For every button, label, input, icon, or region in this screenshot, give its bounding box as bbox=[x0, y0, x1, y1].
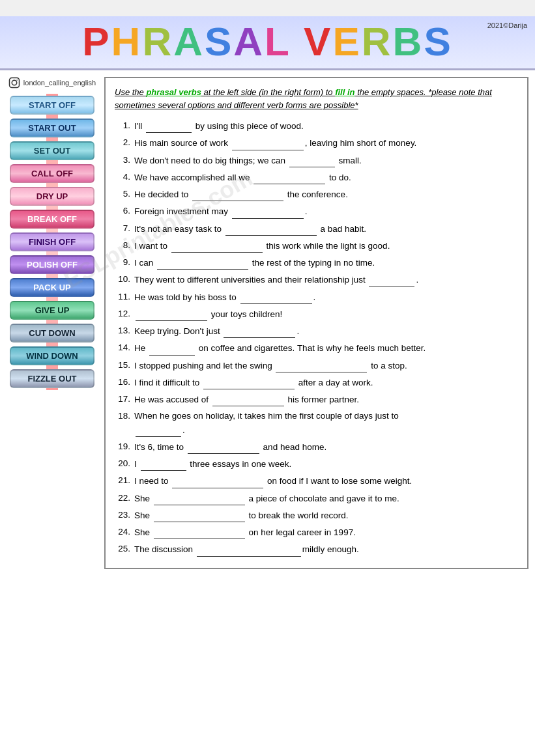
verb-give-up[interactable]: GIVE UP bbox=[10, 301, 94, 320]
title-letter-b: B bbox=[393, 19, 424, 64]
sentence-2: 2. His main source of work , leaving him… bbox=[115, 136, 518, 150]
blank-16 bbox=[203, 376, 295, 389]
title-letter-a2: A bbox=[233, 19, 265, 64]
title-letter-r2: R bbox=[362, 19, 393, 64]
sentence-list: 1. I'll by using this piece of wood. 2. … bbox=[115, 119, 518, 557]
sentence-1: 1. I'll by using this piece of wood. bbox=[115, 119, 518, 133]
sentence-18: 18. When he goes on holiday, it takes hi… bbox=[115, 410, 518, 437]
sentence-12: 12. your toys children! bbox=[115, 307, 518, 321]
blank-5 bbox=[192, 188, 283, 201]
sentence-22: 22. She a piece of chocolate and gave it… bbox=[115, 492, 518, 505]
title-letter-s2: S bbox=[424, 19, 452, 64]
instagram-row: london_calling_english bbox=[8, 77, 96, 89]
sentence-20: 20. I three essays in one week. bbox=[115, 457, 518, 471]
verb-set-out[interactable]: SET OUT bbox=[10, 141, 94, 160]
blank-21 bbox=[172, 474, 263, 488]
copyright-text: 2021©Darija bbox=[487, 21, 527, 29]
sentence-17: 17. He was accused of his former partner… bbox=[115, 393, 518, 406]
blank-2 bbox=[232, 136, 304, 150]
svg-point-1 bbox=[12, 80, 17, 85]
sidebar-inner: START OFF START OUT SET OUT CALL OFF DRY… bbox=[7, 94, 98, 390]
sentence-15: 15. I stopped pushing and let the swing … bbox=[115, 359, 518, 372]
blank-20 bbox=[141, 457, 186, 471]
title-bar: PHRASAL VERBS bbox=[0, 16, 535, 70]
verb-call-off[interactable]: CALL OFF bbox=[10, 164, 94, 183]
blank-18 bbox=[136, 423, 181, 437]
sentence-19: 19. It's 6, time to and head home. bbox=[115, 440, 518, 454]
verb-pack-up[interactable]: PACK UP bbox=[10, 278, 94, 297]
sentence-25: 25. The discussion mildly enough. bbox=[115, 542, 518, 556]
sentence-24: 24. She on her legal career in 1997. bbox=[115, 525, 518, 539]
blank-14 bbox=[149, 341, 195, 355]
blank-9 bbox=[157, 256, 248, 270]
content-area: london_calling_english START OFF START O… bbox=[0, 70, 535, 576]
instructions: Use the phrasal verbs at the left side (… bbox=[115, 86, 518, 111]
title-letter-p: P bbox=[82, 19, 111, 64]
blank-11 bbox=[240, 290, 312, 304]
title-letter-r: R bbox=[142, 19, 173, 64]
sentence-6: 6. Foreign investment may . bbox=[115, 204, 518, 218]
blank-3 bbox=[289, 154, 335, 167]
page: 2021©Darija PHRASAL VERBS london_calling… bbox=[0, 16, 535, 756]
blank-22 bbox=[154, 492, 245, 505]
verb-break-off[interactable]: BREAK OFF bbox=[10, 210, 94, 229]
blank-23 bbox=[154, 509, 245, 522]
blank-6 bbox=[232, 204, 304, 218]
sentence-23: 23. She to break the world record. bbox=[115, 509, 518, 522]
sentence-7: 7. It's not an easy task to a bad habit. bbox=[115, 222, 518, 236]
title-letter-s: S bbox=[205, 19, 233, 64]
title: PHRASAL VERBS bbox=[7, 21, 528, 62]
verb-start-off[interactable]: START OFF bbox=[10, 96, 94, 115]
title-letter-a: A bbox=[173, 19, 205, 64]
blank-24 bbox=[154, 525, 245, 539]
highlight-fill-in: fill in bbox=[335, 87, 354, 97]
sentence-5: 5. He decided to the conference. bbox=[115, 188, 518, 201]
blank-1 bbox=[146, 119, 192, 133]
sentence-4: 4. We have accomplished all we to do. bbox=[115, 171, 518, 184]
verb-finish-off[interactable]: FINISH OFF bbox=[10, 232, 94, 251]
title-letter-l: L bbox=[265, 19, 291, 64]
highlight-phrasal-verbs: phrasal verbs bbox=[146, 87, 201, 97]
title-letter-h: H bbox=[111, 19, 143, 64]
title-space bbox=[291, 19, 304, 64]
verb-fizzle-out[interactable]: FIZZLE OUT bbox=[10, 369, 94, 388]
sidebar: london_calling_english START OFF START O… bbox=[7, 77, 98, 569]
blank-12 bbox=[136, 307, 207, 321]
sentence-14: 14. He on coffee and cigarettes. That is… bbox=[115, 341, 518, 355]
blank-13 bbox=[224, 324, 295, 338]
blank-25 bbox=[197, 542, 301, 556]
verb-start-out[interactable]: START OUT bbox=[10, 119, 94, 137]
verb-polish-off[interactable]: POLISH OFF bbox=[10, 255, 94, 274]
blank-10 bbox=[369, 273, 414, 287]
sentence-3: 3. We don't need to do big things; we ca… bbox=[115, 154, 518, 167]
blank-8 bbox=[171, 239, 263, 253]
main-content: ESLprintables.com Use the phrasal verbs … bbox=[104, 77, 528, 569]
sentence-8: 8. I want to this work while the light i… bbox=[115, 239, 518, 253]
blank-15 bbox=[276, 359, 367, 372]
blank-17 bbox=[212, 393, 284, 406]
sentence-9: 9. I can the rest of the typing in no ti… bbox=[115, 256, 518, 270]
instagram-handle: london_calling_english bbox=[23, 79, 96, 87]
title-letter-v: V bbox=[304, 19, 332, 64]
blank-7 bbox=[225, 222, 317, 236]
svg-point-2 bbox=[16, 79, 18, 81]
blank-4 bbox=[253, 171, 325, 184]
verb-dry-up[interactable]: DRY UP bbox=[10, 187, 94, 206]
sentence-10: 10. They went to different universities … bbox=[115, 273, 518, 287]
verb-wind-down[interactable]: WIND DOWN bbox=[10, 346, 94, 365]
title-letter-e: E bbox=[332, 19, 361, 64]
svg-rect-0 bbox=[9, 78, 19, 88]
instagram-icon bbox=[8, 77, 20, 89]
sentence-21: 21. I need to on food if I want to lose … bbox=[115, 474, 518, 488]
sentence-11: 11. He was told by his boss to . bbox=[115, 290, 518, 304]
blank-19 bbox=[188, 440, 259, 454]
verb-cut-down[interactable]: CUT DOWN bbox=[10, 324, 94, 343]
sentence-13: 13. Keep trying. Don't just . bbox=[115, 324, 518, 338]
sentence-16: 16. I find it difficult to after a day a… bbox=[115, 376, 518, 389]
